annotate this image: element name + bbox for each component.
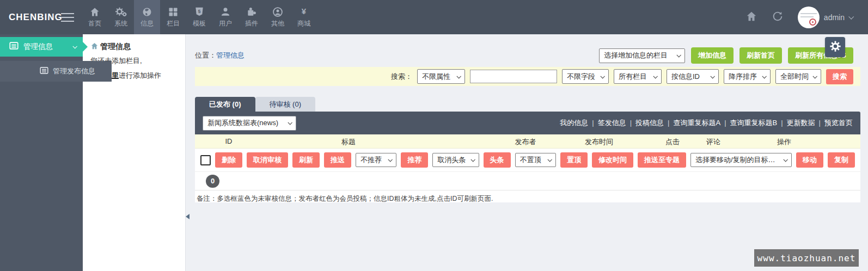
location-link[interactable]: 管理信息	[216, 51, 244, 59]
my-info-link[interactable]: 我的信息	[560, 118, 597, 128]
breadcrumb: 位置：管理信息	[195, 51, 244, 60]
contribute-info-link[interactable]: 投稿信息	[635, 118, 673, 128]
cancel-review-button[interactable]: 取消审核	[247, 152, 288, 168]
dup-title-a-link[interactable]: 查询重复标题A	[673, 118, 730, 128]
add-info-button[interactable]: 增加信息	[691, 47, 733, 64]
svg-text:5: 5	[198, 8, 201, 14]
sidebar-toggle-button[interactable]	[61, 0, 75, 34]
search-bar: 搜索： 不限属性 不限字段 所有栏目 按信息ID 降序排序 全部时间 搜索	[195, 67, 860, 86]
panel-collapse-arrow-icon[interactable]	[186, 214, 190, 219]
nav-item-info[interactable]: 信息	[134, 0, 160, 34]
preview-home-link[interactable]: 预览首页	[824, 118, 853, 128]
modify-time-button[interactable]: 修改时间	[592, 152, 633, 168]
gears-icon	[115, 7, 127, 17]
frontend-home-icon[interactable]	[745, 10, 757, 24]
chevron-down-icon	[547, 157, 552, 162]
sidebar: 管理信息 管理发布信息	[0, 34, 83, 271]
data-table-select[interactable]: 新闻系统数据表(news)	[203, 116, 296, 131]
recommend-select[interactable]: 不推荐	[356, 153, 396, 167]
sort-select[interactable]: 降序排序	[724, 69, 771, 84]
table-header-row: ID 标题 发布者 发布时间 点击 评论 操作	[195, 134, 860, 149]
page-badge[interactable]: 0	[206, 175, 219, 188]
headline-button[interactable]: 头条	[484, 152, 511, 168]
tab-published[interactable]: 已发布 (0)	[195, 97, 255, 112]
update-data-link[interactable]: 更新数据	[787, 118, 824, 128]
col-id: ID	[225, 137, 233, 145]
sidebar-item-manage-publish-info[interactable]: 管理发布信息	[0, 61, 112, 82]
column-select[interactable]: 所有栏目	[614, 69, 662, 84]
main-content: 位置：管理信息 选择增加信息的栏目 增加信息 刷新首页 刷新所有信息JS 搜索：…	[186, 34, 868, 271]
chevron-down-icon	[710, 74, 714, 78]
col-clicks: 点击	[665, 137, 680, 147]
sidebar-item-manage-info[interactable]: 管理信息	[0, 37, 83, 57]
search-label: 搜索：	[391, 72, 412, 82]
orderby-select[interactable]: 按信息ID	[667, 69, 719, 84]
push-button[interactable]: 推送	[324, 152, 351, 168]
user-icon	[220, 7, 231, 17]
admin-app: CHENBING 首页 系统 信息 栏目 5 模板	[0, 0, 868, 271]
watermark: www.tiaozhuan.net	[754, 249, 859, 267]
nav-item-mall[interactable]: ¥ 商城	[291, 0, 317, 34]
home-icon	[89, 7, 100, 17]
stick-top-button[interactable]: 置顶	[560, 152, 588, 168]
nav-item-columns[interactable]: 栏目	[160, 0, 186, 34]
svg-text:¥: ¥	[302, 7, 307, 16]
delete-button[interactable]: 删除	[215, 152, 242, 168]
home-icon	[90, 42, 99, 52]
refresh-homepage-button[interactable]: 刷新首页	[739, 47, 782, 64]
table-toolbar: 新闻系统数据表(news) 我的信息 签发信息 投稿信息 查询重复标题A 查询重…	[195, 112, 860, 134]
top-actions: 选择增加信息的栏目 增加信息 刷新首页 刷新所有信息JS	[599, 47, 853, 64]
chevron-down-icon	[677, 53, 681, 57]
nav-item-home[interactable]: 首页	[82, 0, 108, 34]
nav-item-plugins[interactable]: 插件	[239, 0, 265, 34]
status-tabs: 已发布 (0) 待审核 (0)	[195, 97, 315, 112]
refresh-icon[interactable]	[772, 10, 784, 24]
plugin-icon	[246, 7, 257, 17]
col-comments: 评论	[706, 137, 720, 147]
settings-gear-button[interactable]	[825, 37, 845, 57]
tab-pending-review[interactable]: 待审核 (0)	[255, 97, 316, 112]
stick-top-select[interactable]: 不置顶	[515, 153, 556, 167]
nav-item-system[interactable]: 系统	[108, 0, 134, 34]
info-table: ID 标题 发布者 发布时间 点击 评论 操作 删除 取消审核 刷新 推送 不推…	[195, 134, 860, 202]
push-to-topic-button[interactable]: 推送至专题	[638, 152, 686, 168]
select-all-checkbox[interactable]	[200, 155, 211, 165]
search-input[interactable]	[470, 70, 557, 83]
chevron-down-icon	[848, 14, 854, 20]
location-label: 位置：	[195, 51, 216, 59]
nav-item-templates[interactable]: 5 模板	[186, 0, 212, 34]
hamburger-icon	[61, 13, 74, 14]
copy-button[interactable]: 复制	[828, 152, 855, 168]
list-icon	[40, 66, 48, 77]
chevron-down-icon	[783, 157, 787, 162]
dup-title-b-link[interactable]: 查询重复标题B	[730, 118, 787, 128]
headline-select[interactable]: 取消头条	[432, 153, 479, 167]
navbar-right-tools: admin	[745, 7, 868, 28]
chevron-down-icon	[600, 74, 604, 78]
sign-info-link[interactable]: 签发信息	[598, 118, 635, 128]
add-column-select[interactable]: 选择增加信息的栏目	[599, 48, 685, 63]
attribute-select[interactable]: 不限属性	[417, 69, 465, 84]
col-actions: 操作	[777, 137, 791, 147]
globe-icon	[142, 7, 152, 17]
chevron-down-icon	[470, 157, 475, 162]
col-publisher: 发布者	[515, 137, 536, 147]
time-select[interactable]: 全部时间	[775, 69, 821, 84]
refresh-button[interactable]: 刷新	[292, 152, 320, 168]
chevron-down-icon	[762, 74, 766, 78]
list-icon	[9, 41, 19, 52]
user-menu[interactable]: admin	[798, 7, 853, 28]
note-text: 备注：多选框蓝色为未审核信息；发布者红色为会员投稿；信息ID粗体为未生成,点击I…	[197, 194, 493, 204]
yen-icon: ¥	[298, 7, 309, 17]
grid-icon	[168, 7, 179, 17]
field-select[interactable]: 不限字段	[562, 69, 609, 84]
top-navbar: CHENBING 首页 系统 信息 栏目 5 模板	[0, 0, 868, 34]
move-copy-target-select[interactable]: 选择要移动/复制的目标栏目	[690, 153, 792, 167]
recommend-button[interactable]: 推荐	[401, 152, 428, 168]
chevron-down-icon	[653, 74, 657, 78]
nav-item-other[interactable]: 其他	[265, 0, 291, 34]
search-button[interactable]: 搜索	[826, 69, 853, 84]
move-button[interactable]: 移动	[796, 152, 823, 168]
nav-item-users[interactable]: 用户	[212, 0, 239, 34]
gear-icon	[829, 40, 841, 54]
